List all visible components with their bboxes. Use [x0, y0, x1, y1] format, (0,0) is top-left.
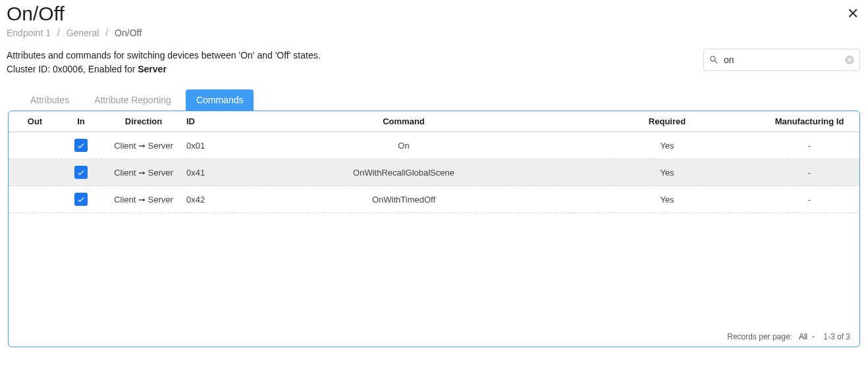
cell-required: Yes: [575, 186, 759, 213]
cell-id: 0x41: [186, 159, 232, 186]
cell-in[interactable]: [61, 186, 101, 213]
table-row: Client ➞ Server 0x42 OnWithTimedOff Yes …: [9, 186, 859, 213]
close-icon[interactable]: ✕: [847, 7, 859, 21]
cell-required: Yes: [575, 159, 759, 186]
records-range: 1-3 of 3: [823, 332, 850, 341]
page-title: On/Off: [7, 3, 868, 25]
tabs: Attributes Attribute Reporting Commands: [20, 89, 868, 110]
column-header-mfg[interactable]: Manufacturing Id: [759, 111, 859, 132]
tab-commands[interactable]: Commands: [186, 89, 254, 110]
cluster-description: Attributes and commands for switching de…: [7, 49, 321, 76]
cell-in[interactable]: [61, 159, 101, 186]
description-line2: Cluster ID: 0x0006, Enabled for Server: [7, 62, 321, 76]
column-header-required[interactable]: Required: [575, 111, 759, 132]
cell-out[interactable]: [9, 132, 61, 159]
cell-command: On: [232, 132, 575, 159]
description-line1: Attributes and commands for switching de…: [7, 49, 321, 62]
cell-mfg: -: [759, 186, 859, 213]
cell-out[interactable]: [9, 159, 61, 186]
commands-table-card: Out In Direction ID Command Required Man…: [8, 110, 860, 347]
description-line2-prefix: Cluster ID: 0x0006, Enabled for: [7, 64, 138, 74]
column-header-command[interactable]: Command: [232, 111, 575, 132]
table-row: Client ➞ Server 0x01 On Yes -: [9, 132, 859, 159]
check-icon: [76, 195, 86, 204]
cell-id: 0x42: [186, 186, 232, 213]
checkbox-in[interactable]: [74, 139, 88, 152]
check-icon: [76, 141, 86, 150]
cell-direction: Client ➞ Server: [101, 132, 186, 159]
column-header-out[interactable]: Out: [9, 111, 61, 132]
checkbox-in[interactable]: [74, 193, 88, 206]
clear-icon[interactable]: [844, 55, 855, 65]
cell-out[interactable]: [9, 186, 61, 213]
cell-id: 0x01: [186, 132, 232, 159]
search-icon: [709, 55, 719, 65]
tab-attributes[interactable]: Attributes: [20, 89, 80, 110]
breadcrumb: Endpoint 1 / General / On/Off: [7, 28, 868, 38]
search-input[interactable]: [703, 49, 860, 71]
search-field[interactable]: [703, 49, 860, 71]
cell-direction: Client ➞ Server: [101, 159, 186, 186]
records-per-page-select[interactable]: All: [799, 332, 817, 341]
cell-in[interactable]: [61, 132, 101, 159]
description-line2-bold: Server: [138, 64, 167, 74]
tab-attribute-reporting[interactable]: Attribute Reporting: [84, 89, 182, 110]
cell-command: OnWithRecallGlobalScene: [232, 159, 575, 186]
breadcrumb-sep: /: [57, 28, 60, 38]
column-header-id[interactable]: ID: [186, 111, 232, 132]
breadcrumb-part-general[interactable]: General: [67, 28, 99, 38]
table-footer: Records per page: All 1-3 of 3: [9, 327, 859, 347]
caret-down-icon: [810, 333, 817, 340]
table-row: Client ➞ Server 0x41 OnWithRecallGlobalS…: [9, 159, 859, 186]
cell-mfg: -: [759, 159, 859, 186]
breadcrumb-sep: /: [105, 28, 108, 38]
cell-direction: Client ➞ Server: [101, 186, 186, 213]
checkbox-in[interactable]: [74, 166, 88, 179]
cell-command: OnWithTimedOff: [232, 186, 575, 213]
commands-table: Out In Direction ID Command Required Man…: [9, 111, 859, 213]
cell-mfg: -: [759, 132, 859, 159]
cell-required: Yes: [575, 132, 759, 159]
column-header-direction[interactable]: Direction: [101, 111, 186, 132]
breadcrumb-current: On/Off: [115, 28, 142, 38]
records-per-page-value: All: [799, 332, 807, 341]
records-per-page-label: Records per page:: [727, 332, 792, 341]
column-header-in[interactable]: In: [61, 111, 101, 132]
check-icon: [76, 168, 86, 177]
breadcrumb-part-endpoint[interactable]: Endpoint 1: [7, 28, 51, 38]
